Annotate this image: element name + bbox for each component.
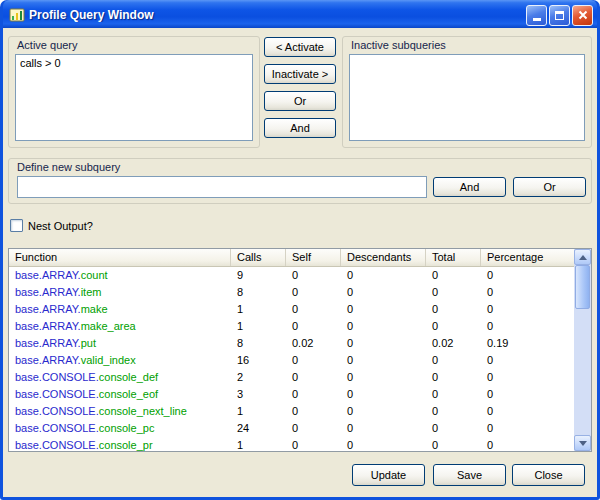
subquery-or-button[interactable]: Or [513, 177, 586, 197]
table-row[interactable]: base.ARRAY.make10000 [9, 301, 574, 318]
scroll-track[interactable] [574, 265, 591, 435]
active-query-item[interactable]: calls > 0 [16, 55, 252, 71]
inactivate-button[interactable]: Inactivate > [264, 64, 336, 84]
calls-cell: 8 [231, 335, 286, 352]
function-prefix: base.CONSOLE. [15, 439, 99, 451]
descendants-cell: 0 [341, 318, 426, 335]
nest-output-option: Nest Output? [10, 219, 93, 232]
function-name: console_pc [99, 422, 155, 434]
table-row[interactable]: base.ARRAY.put80.0200.020.19 [9, 335, 574, 352]
column-header-percentage[interactable]: Percentage [481, 249, 574, 266]
calls-cell: 8 [231, 284, 286, 301]
active-query-list[interactable]: calls > 0 [15, 54, 253, 141]
column-header-calls[interactable]: Calls [231, 249, 286, 266]
save-button[interactable]: Save [433, 464, 506, 486]
total-cell: 0.02 [426, 335, 481, 352]
table-row[interactable]: base.CONSOLE.console_pc240000 [9, 420, 574, 437]
update-button[interactable]: Update [352, 464, 425, 486]
function-cell: base.ARRAY.make_area [9, 318, 231, 335]
function-prefix: base.ARRAY. [15, 303, 81, 315]
self-cell: 0.02 [286, 335, 341, 352]
percentage-cell: 0 [481, 369, 574, 386]
minimize-button[interactable] [526, 5, 547, 26]
descendants-cell: 0 [341, 284, 426, 301]
query-or-button[interactable]: Or [264, 91, 336, 111]
subquery-input[interactable] [17, 176, 427, 198]
table-row[interactable]: base.CONSOLE.console_next_line10000 [9, 403, 574, 420]
total-cell: 0 [426, 352, 481, 369]
function-name: console_next_line [99, 405, 187, 417]
total-cell: 0 [426, 369, 481, 386]
profile-query-window: Profile Query Window Active query calls … [0, 0, 600, 500]
nest-output-checkbox[interactable] [10, 219, 23, 232]
active-query-group: Active query calls > 0 [8, 36, 260, 148]
total-cell: 0 [426, 420, 481, 437]
maximize-icon [555, 11, 564, 20]
self-cell: 0 [286, 369, 341, 386]
arrow-up-icon [579, 255, 587, 260]
self-cell: 0 [286, 318, 341, 335]
inactive-subqueries-list[interactable] [349, 54, 585, 141]
column-header-function[interactable]: Function [9, 249, 231, 266]
descendants-cell: 0 [341, 420, 426, 437]
function-prefix: base.ARRAY. [15, 320, 81, 332]
self-cell: 0 [286, 284, 341, 301]
function-cell: base.CONSOLE.console_pc [9, 420, 231, 437]
calls-cell: 2 [231, 369, 286, 386]
calls-cell: 16 [231, 352, 286, 369]
function-name: count [81, 269, 108, 281]
column-header-total[interactable]: Total [426, 249, 481, 266]
scroll-thumb[interactable] [575, 265, 590, 309]
function-prefix: base.ARRAY. [15, 269, 81, 281]
function-prefix: base.CONSOLE. [15, 371, 99, 383]
close-button[interactable] [572, 5, 593, 26]
close-dialog-button[interactable]: Close [512, 464, 585, 486]
activate-button[interactable]: < Activate [264, 37, 336, 57]
minimize-icon [533, 18, 541, 21]
descendants-cell: 0 [341, 403, 426, 420]
table-vertical-scrollbar[interactable] [574, 249, 591, 451]
total-cell: 0 [426, 403, 481, 420]
window-title: Profile Query Window [29, 8, 526, 22]
function-cell: base.CONSOLE.console_def [9, 369, 231, 386]
function-prefix: base.CONSOLE. [15, 405, 99, 417]
function-cell: base.ARRAY.make [9, 301, 231, 318]
percentage-cell: 0 [481, 352, 574, 369]
arrow-down-icon [579, 441, 587, 446]
subquery-and-button[interactable]: And [433, 177, 506, 197]
descendants-cell: 0 [341, 369, 426, 386]
column-header-self[interactable]: Self [286, 249, 341, 266]
table-row[interactable]: base.CONSOLE.console_def20000 [9, 369, 574, 386]
table-header: Function Calls Self Descendants Total Pe… [9, 249, 574, 267]
self-cell: 0 [286, 267, 341, 284]
function-name: put [81, 337, 96, 349]
table-row[interactable]: base.CONSOLE.console_eof30000 [9, 386, 574, 403]
table-row[interactable]: base.ARRAY.count90000 [9, 267, 574, 284]
calls-cell: 1 [231, 437, 286, 451]
define-subquery-group: Define new subquery And Or [8, 158, 592, 204]
function-name: console_eof [99, 388, 158, 400]
calls-cell: 1 [231, 301, 286, 318]
column-header-descendants[interactable]: Descendants [341, 249, 426, 266]
table-row[interactable]: base.CONSOLE.console_pr10000 [9, 437, 574, 451]
scroll-up-button[interactable] [574, 249, 591, 265]
table-row[interactable]: base.ARRAY.make_area10000 [9, 318, 574, 335]
table-row[interactable]: base.ARRAY.item80000 [9, 284, 574, 301]
total-cell: 0 [426, 386, 481, 403]
query-and-button[interactable]: And [264, 118, 336, 138]
function-prefix: base.CONSOLE. [15, 388, 99, 400]
function-cell: base.CONSOLE.console_pr [9, 437, 231, 451]
function-prefix: base.ARRAY. [15, 337, 81, 349]
function-cell: base.ARRAY.put [9, 335, 231, 352]
calls-cell: 1 [231, 318, 286, 335]
table-row[interactable]: base.ARRAY.valid_index160000 [9, 352, 574, 369]
maximize-button[interactable] [549, 5, 570, 26]
percentage-cell: 0 [481, 318, 574, 335]
percentage-cell: 0 [481, 301, 574, 318]
percentage-cell: 0 [481, 437, 574, 451]
function-cell: base.ARRAY.item [9, 284, 231, 301]
titlebar[interactable]: Profile Query Window [3, 0, 597, 28]
scroll-down-button[interactable] [574, 435, 591, 451]
function-name: make [81, 303, 108, 315]
function-prefix: base.ARRAY. [15, 354, 81, 366]
